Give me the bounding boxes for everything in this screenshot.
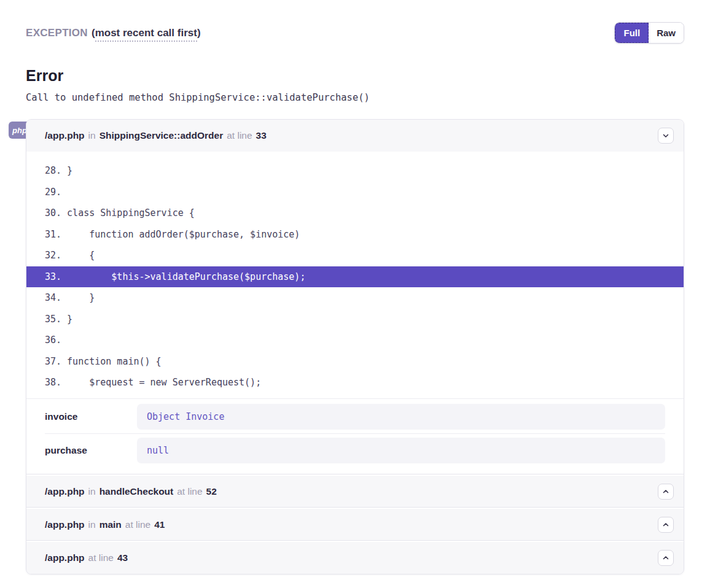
frame-function: handleCheckout bbox=[99, 486, 174, 497]
frame-in-label: in bbox=[88, 486, 96, 497]
argument-row: invoice Object Invoice bbox=[26, 400, 684, 433]
frame-function: main bbox=[99, 519, 122, 530]
code-line: 30.class ShippingService { bbox=[26, 203, 684, 224]
code-line: 31. function addOrder($purchase, $invoic… bbox=[26, 224, 684, 246]
frame-line-number: 33 bbox=[256, 130, 267, 141]
frame-line-number: 43 bbox=[117, 552, 128, 563]
topbar: EXCEPTION(most recent call first) Full R… bbox=[26, 22, 684, 44]
stack-frame-header[interactable]: /app.php at line 43 bbox=[26, 541, 684, 574]
code-line: 32. { bbox=[26, 245, 684, 266]
code-line: 29. bbox=[26, 182, 684, 203]
error-message: Call to undefined method ShippingService… bbox=[26, 92, 684, 103]
frame-atline-label: at line bbox=[227, 130, 252, 141]
frame-atline-label: at line bbox=[177, 486, 202, 497]
code-line-highlighted: 33. $this->validatePurchase($purchase); bbox=[26, 266, 684, 288]
argument-name: purchase bbox=[45, 445, 137, 456]
chevron-up-icon bbox=[662, 488, 669, 495]
frame-atline-label: at line bbox=[88, 552, 114, 563]
code-line: 28.} bbox=[26, 160, 684, 182]
chevron-up-icon bbox=[662, 554, 669, 562]
frame-line-number: 52 bbox=[206, 486, 217, 497]
chevron-up-icon bbox=[662, 521, 669, 528]
stack-frame-header[interactable]: /app.php in handleCheckout at line 52 bbox=[26, 474, 684, 508]
frame-line-number: 41 bbox=[154, 519, 165, 530]
expand-frame-button[interactable] bbox=[658, 550, 674, 566]
chevron-down-icon bbox=[662, 132, 669, 139]
stack-trace-panel: /app.php in ShippingService::addOrder at… bbox=[26, 119, 684, 574]
code-line: 34. } bbox=[26, 287, 684, 309]
frame-arguments: invoice Object Invoice purchase null bbox=[26, 399, 684, 474]
frame-description: /app.php in handleCheckout at line 52 bbox=[45, 486, 217, 497]
frame-in-label: in bbox=[88, 130, 96, 141]
error-heading: Error bbox=[26, 67, 684, 85]
argument-row: purchase null bbox=[26, 434, 684, 467]
frame-file: /app.php bbox=[45, 519, 85, 530]
code-snippet: 28.} 29. 30.class ShippingService { 31. … bbox=[26, 152, 684, 399]
code-line: 37.function main() { bbox=[26, 351, 684, 373]
exception-page: EXCEPTION(most recent call first) Full R… bbox=[0, 0, 710, 588]
frame-function: ShippingService::addOrder bbox=[99, 130, 224, 141]
view-mode-toggle: Full Raw bbox=[614, 22, 684, 44]
argument-value: null bbox=[137, 438, 665, 463]
page-title: EXCEPTION(most recent call first) bbox=[26, 27, 201, 39]
frame-file: /app.php bbox=[45, 130, 85, 141]
code-line: 35.} bbox=[26, 309, 684, 330]
code-line: 36. bbox=[26, 330, 684, 351]
frame-description: /app.php at line 43 bbox=[45, 552, 128, 563]
expand-frame-button[interactable] bbox=[658, 484, 674, 500]
collapse-frame-button[interactable] bbox=[658, 128, 674, 144]
stack-frame-header[interactable]: /app.php in main at line 41 bbox=[26, 508, 684, 541]
full-view-button[interactable]: Full bbox=[615, 23, 649, 43]
frame-description: /app.php in main at line 41 bbox=[45, 519, 165, 530]
code-line: 38. $request = new ServerRequest(); bbox=[26, 372, 684, 393]
subtitle: (most recent call first) bbox=[92, 27, 201, 39]
stack-frame-header[interactable]: /app.php in ShippingService::addOrder at… bbox=[26, 120, 684, 152]
stack-trace-panel-wrap: php /app.php in ShippingService::addOrde… bbox=[26, 119, 684, 574]
frame-in-label: in bbox=[88, 519, 96, 530]
frame-file: /app.php bbox=[45, 486, 85, 497]
argument-value: Object Invoice bbox=[137, 404, 665, 430]
exception-label: EXCEPTION bbox=[26, 27, 88, 39]
subtitle-underlined: most recent call first bbox=[95, 27, 197, 42]
argument-name: invoice bbox=[45, 411, 137, 422]
frame-atline-label: at line bbox=[125, 519, 150, 530]
raw-view-button[interactable]: Raw bbox=[649, 23, 684, 43]
expand-frame-button[interactable] bbox=[658, 517, 674, 533]
frame-file: /app.php bbox=[45, 552, 85, 563]
frame-description: /app.php in ShippingService::addOrder at… bbox=[45, 130, 267, 141]
